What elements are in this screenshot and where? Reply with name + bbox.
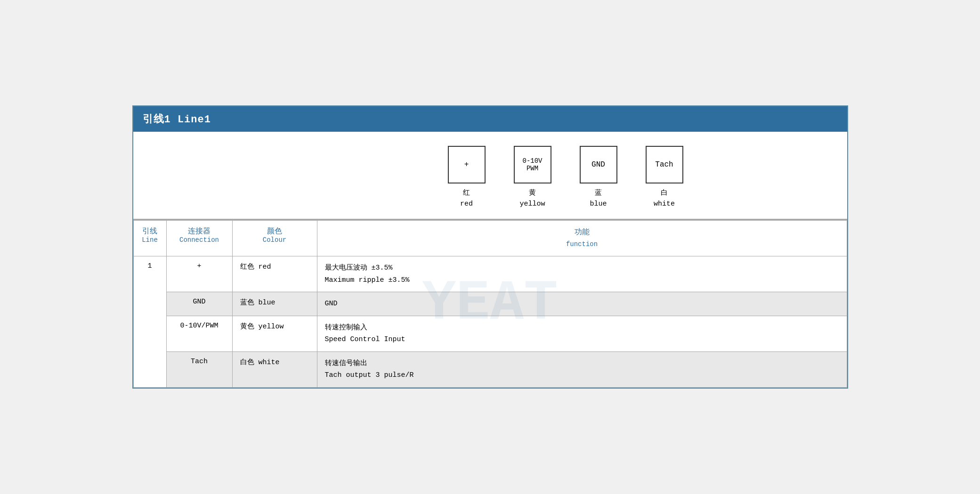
connector-symbol-pwm: 0-10VPWM (522, 157, 542, 172)
function-en-plus: Maximum ripple ±3.5% (325, 274, 839, 287)
col-header-function-zh: 功能 (325, 226, 839, 239)
colour-value-pwm: 黄色 yellow (240, 323, 284, 331)
connector-label-pwm: 黄 yellow (519, 188, 545, 209)
col-header-connection-en: Connection (174, 236, 225, 244)
connector-tach: Tach 白 white (646, 146, 683, 209)
table-body: 1 + 红色 red 最大电压波动 ±3.5% Maximum ripple ±… (133, 256, 847, 388)
function-zh-tach: 转速信号输出 (325, 358, 839, 370)
connector-box-plus: + (448, 146, 486, 183)
connection-cell-plus: + (166, 256, 232, 292)
col-header-line: 引线 Line (133, 220, 166, 256)
connection-cell-gnd: GND (166, 292, 232, 316)
connector-symbol-tach: Tach (655, 160, 673, 169)
function-zh-gnd: GND (325, 300, 338, 308)
table-row: 0-10V/PWM 黄色 yellow 转速控制输入 Speed Control… (133, 316, 847, 351)
colour-value-gnd: 蓝色 blue (240, 299, 275, 307)
connector-zh-gnd: 蓝 (590, 188, 607, 199)
function-en-tach: Tach output 3 pulse/R (325, 369, 839, 382)
function-en-pwm: Speed Control Input (325, 334, 839, 346)
function-zh-plus: 最大电压波动 ±3.5% (325, 262, 839, 274)
table-section: YEAT 引线 Line 连接器 Connection 颜色 Colour (133, 220, 847, 387)
diagram-inner: + 红 red 0-10VPWM 黄 yellow GND (297, 146, 683, 209)
connector-gnd: GND 蓝 blue (580, 146, 617, 209)
connector-en-gnd: blue (590, 199, 607, 210)
col-header-function-en: function (325, 239, 839, 250)
title-bar: 引线1 Line1 (133, 106, 847, 132)
connector-zh-tach: 白 (654, 188, 675, 199)
col-header-colour-zh: 颜色 (240, 226, 309, 236)
connector-en-plus: red (460, 199, 473, 210)
colour-value-tach: 白色 white (240, 359, 280, 367)
connection-value-plus: + (197, 262, 201, 270)
col-header-colour: 颜色 Colour (232, 220, 317, 256)
connector-box-pwm: 0-10VPWM (514, 146, 551, 183)
connector-symbol-gnd: GND (591, 160, 605, 169)
function-cell-plus: 最大电压波动 ±3.5% Maximum ripple ±3.5% (317, 256, 847, 292)
col-header-line-zh: 引线 (141, 226, 159, 236)
data-table: 引线 Line 连接器 Connection 颜色 Colour 功能 func… (133, 220, 847, 387)
connection-cell-tach: Tach (166, 351, 232, 387)
colour-cell-gnd: 蓝色 blue (232, 292, 317, 316)
page-title: 引线1 Line1 (143, 114, 211, 126)
connector-symbol-plus: + (464, 160, 469, 169)
colour-value-plus: 红色 red (240, 263, 271, 271)
diagram-section: + 红 red 0-10VPWM 黄 yellow GND (133, 132, 847, 220)
col-header-connection: 连接器 Connection (166, 220, 232, 256)
connector-label-tach: 白 white (654, 188, 675, 209)
connection-value-tach: Tach (191, 358, 208, 366)
line-number-cell: 1 (133, 256, 166, 388)
line-number: 1 (147, 262, 152, 270)
connector-label-plus: 红 red (460, 188, 473, 209)
col-header-line-en: Line (141, 236, 159, 244)
table-row: Tach 白色 white 转速信号输出 Tach output 3 pulse… (133, 351, 847, 387)
connector-zh-plus: 红 (460, 188, 473, 199)
col-header-connection-zh: 连接器 (174, 226, 225, 236)
connector-pwm: 0-10VPWM 黄 yellow (514, 146, 551, 209)
connection-value-gnd: GND (193, 298, 205, 306)
colour-cell-tach: 白色 white (232, 351, 317, 387)
function-cell-gnd: GND (317, 292, 847, 316)
connector-label-gnd: 蓝 blue (590, 188, 607, 209)
connection-cell-pwm: 0-10V/PWM (166, 316, 232, 351)
col-header-function: 功能 function (317, 220, 847, 256)
connector-box-gnd: GND (580, 146, 617, 183)
function-cell-tach: 转速信号输出 Tach output 3 pulse/R (317, 351, 847, 387)
function-zh-pwm: 转速控制输入 (325, 322, 839, 334)
colour-cell-plus: 红色 red (232, 256, 317, 292)
connector-box-tach: Tach (646, 146, 683, 183)
connector-zh-pwm: 黄 (519, 188, 545, 199)
connector-en-pwm: yellow (519, 199, 545, 210)
table-row: GND 蓝色 blue GND (133, 292, 847, 316)
function-cell-pwm: 转速控制输入 Speed Control Input (317, 316, 847, 351)
colour-cell-pwm: 黄色 yellow (232, 316, 317, 351)
col-header-colour-en: Colour (240, 236, 309, 244)
table-row: 1 + 红色 red 最大电压波动 ±3.5% Maximum ripple ±… (133, 256, 847, 292)
connector-plus: + 红 red (448, 146, 486, 209)
connector-en-tach: white (654, 199, 675, 210)
main-container: 引线1 Line1 + 红 red 0-10VPWM 黄 yellow (132, 105, 848, 388)
table-header-row: 引线 Line 连接器 Connection 颜色 Colour 功能 func… (133, 220, 847, 256)
connection-value-pwm: 0-10V/PWM (180, 322, 218, 330)
